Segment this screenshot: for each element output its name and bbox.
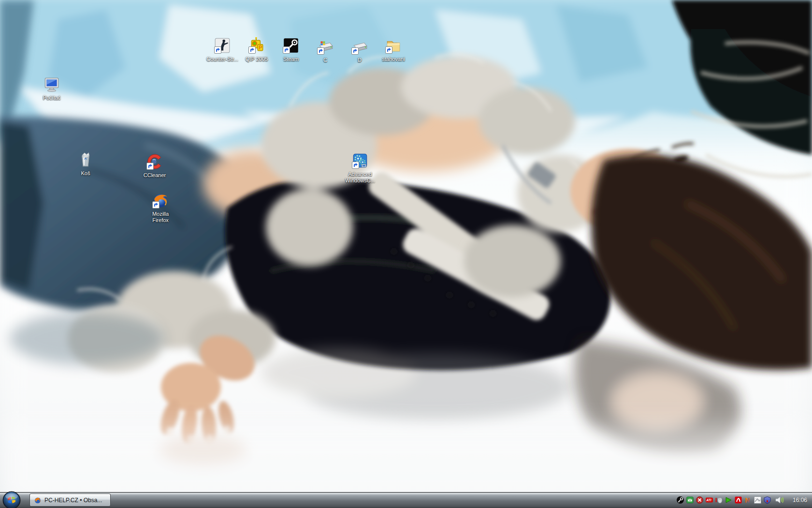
qip-messenger-tray-icon[interactable]	[686, 496, 694, 504]
image-app-icon[interactable]	[754, 496, 762, 504]
colorful-n-icon[interactable]: N	[744, 496, 752, 504]
task-button-label: PC-HELP.CZ • Obsa...	[44, 497, 102, 504]
taskbar-clock[interactable]: 16:06	[790, 497, 807, 504]
steam-tray-icon[interactable]	[676, 496, 684, 504]
icon-label: D	[358, 57, 362, 63]
computer-icon	[43, 75, 60, 93]
shortcut-arrow-icon	[152, 201, 160, 209]
volume-icon[interactable]	[775, 496, 785, 504]
icon-label: Mozilla Firefox	[147, 211, 174, 224]
firefox-icon	[34, 496, 42, 504]
shortcut-arrow-icon	[146, 163, 154, 170]
wallpaper-image	[0, 0, 812, 508]
desktop-icon-computer[interactable]: Počítač	[29, 75, 75, 101]
desktop-icon-recycle-bin[interactable]: Koš	[62, 151, 109, 177]
security-shield-icon[interactable]	[763, 496, 771, 504]
ati-catalyst-icon[interactable]: ATI	[705, 496, 713, 504]
icon-label: Advanced WindowsC...	[337, 171, 383, 184]
shortcut-arrow-icon	[385, 46, 392, 54]
icon-label: Steam	[283, 56, 299, 62]
shortcut-arrow-icon	[351, 47, 359, 55]
shortcut-arrow-icon	[283, 46, 290, 54]
taskbar-task-pc-help[interactable]: PC-HELP.CZ • Obsa...	[29, 493, 111, 507]
green-arrow-icon[interactable]	[725, 496, 733, 504]
icon-label: Koš	[81, 170, 90, 177]
shortcut-arrow-icon	[214, 46, 221, 54]
shortcut-arrow-icon	[248, 46, 256, 54]
icon-label: Počítač	[43, 95, 61, 101]
offline-status-icon[interactable]	[696, 496, 704, 504]
windows-start-orb-icon	[2, 491, 21, 508]
svg-text:N: N	[745, 496, 750, 504]
system-tray: ATI N	[676, 496, 812, 504]
mouse-settings-icon[interactable]	[715, 496, 723, 504]
desktop-icon-advanced-windowscare[interactable]: Advanced WindowsC...	[337, 152, 383, 184]
avira-antivir-icon[interactable]	[734, 496, 742, 504]
desktop-icon-ccleaner[interactable]: CCleaner	[131, 153, 178, 179]
icon-label: QIP 2005	[246, 56, 268, 62]
icon-label: C	[323, 57, 327, 63]
desktop-icon-firefox[interactable]: Mozilla Firefox	[137, 192, 184, 224]
taskbar: PC-HELP.CZ • Obsa... ATI	[0, 492, 812, 508]
svg-text:P: P	[259, 45, 262, 50]
recycle-bin-full-icon	[77, 151, 94, 168]
svg-text:ATI: ATI	[706, 498, 711, 502]
icon-label: stahovani	[382, 56, 405, 62]
icon-label: CCleaner	[144, 172, 166, 179]
shortcut-arrow-icon	[352, 162, 359, 169]
desktop-screen: Počítač Counter-Str... P	[0, 0, 812, 508]
desktop-icon-stahovani[interactable]: stahovani	[370, 37, 417, 62]
shortcut-arrow-icon	[317, 47, 324, 55]
start-button[interactable]	[2, 491, 21, 508]
